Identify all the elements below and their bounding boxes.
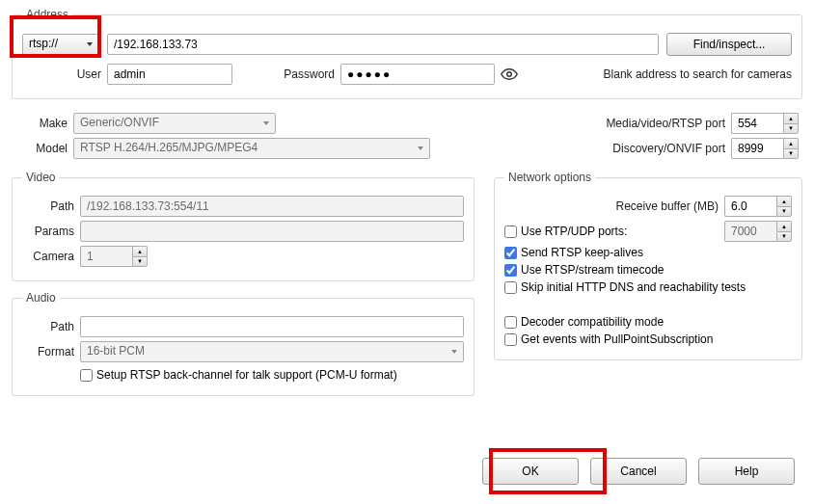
video-group: Video Path Params Camera ▲ ▼ [12, 171, 475, 281]
cancel-button[interactable]: Cancel [590, 458, 687, 485]
use-rtp-checkbox[interactable]: Use RTP/UDP ports: [504, 225, 724, 238]
video-params-input [80, 221, 464, 242]
camera-spinner: ▲ ▼ [80, 246, 148, 267]
discovery-port-up[interactable]: ▲ [783, 138, 799, 148]
skip-dns-cb-input[interactable] [504, 281, 517, 294]
find-inspect-button[interactable]: Find/inspect... [666, 33, 792, 56]
receive-buffer-input[interactable] [724, 196, 776, 217]
audio-legend: Audio [22, 291, 60, 305]
receive-buffer-down[interactable]: ▼ [776, 206, 792, 218]
audio-format-label: Format [22, 345, 80, 358]
back-channel-label: Setup RTSP back-channel for talk support… [96, 368, 397, 382]
make-value: Generic/ONVIF [80, 116, 159, 129]
video-path-input [80, 196, 464, 217]
video-path-label: Path [22, 199, 80, 213]
timecode-label: Use RTSP/stream timecode [521, 263, 665, 277]
video-camera-label: Camera [22, 250, 80, 263]
user-label: User [22, 67, 107, 81]
media-port-up[interactable]: ▲ [783, 113, 799, 123]
decoder-compat-cb-input[interactable] [504, 316, 517, 329]
use-rtp-label: Use RTP/UDP ports: [521, 225, 627, 238]
network-group: Network options Receive buffer (MB) ▲ ▼ … [494, 171, 802, 360]
media-port-label: Media/video/RTSP port [606, 117, 731, 130]
address-group: Address rtsp:// Find/inspect... User Pas… [12, 8, 802, 99]
audio-format-value: 16-bit PCM [87, 344, 145, 358]
pullpoint-checkbox[interactable]: Get events with PullPointSubscription [504, 332, 792, 346]
rtp-port-spinner: ▲ ▼ [724, 221, 792, 242]
password-label: Password [244, 67, 340, 81]
address-legend: Address [22, 8, 72, 21]
help-button[interactable]: Help [698, 458, 795, 485]
audio-group: Audio Path Format 16-bit PCM Setup RTSP … [12, 291, 475, 396]
rtp-port-up: ▲ [776, 221, 792, 231]
media-port-spinner[interactable]: ▲ ▼ [731, 113, 799, 134]
rtp-port-input [724, 221, 776, 242]
skip-dns-checkbox[interactable]: Skip initial HTTP DNS and reachability t… [504, 280, 792, 294]
model-select[interactable]: RTSP H.264/H.265/MJPG/MPEG4 [73, 138, 430, 159]
back-channel-checkbox[interactable]: Setup RTSP back-channel for talk support… [80, 368, 464, 382]
protocol-select[interactable]: rtsp:// [22, 34, 99, 55]
reveal-password-icon[interactable] [499, 64, 520, 85]
model-value: RTSP H.264/H.265/MJPG/MPEG4 [80, 141, 258, 154]
audio-path-input[interactable] [80, 316, 464, 337]
rtp-port-down: ▼ [776, 231, 792, 243]
receive-buffer-spinner[interactable]: ▲ ▼ [724, 196, 792, 217]
skip-dns-label: Skip initial HTTP DNS and reachability t… [521, 280, 746, 294]
keep-alive-label: Send RTSP keep-alives [521, 246, 643, 259]
discovery-port-spinner[interactable]: ▲ ▼ [731, 138, 799, 159]
address-url-input[interactable] [107, 34, 659, 55]
decoder-compat-checkbox[interactable]: Decoder compatibility mode [504, 315, 792, 329]
dialog-buttons: OK Cancel Help [482, 458, 795, 485]
media-port-input[interactable] [731, 113, 783, 134]
make-label: Make [15, 117, 73, 130]
video-params-label: Params [22, 225, 80, 238]
network-legend: Network options [504, 171, 595, 184]
discovery-port-label: Discovery/ONVIF port [612, 142, 731, 155]
ok-button[interactable]: OK [482, 458, 579, 485]
receive-buffer-up[interactable]: ▲ [776, 196, 792, 206]
blank-address-note: Blank address to search for cameras [520, 67, 792, 81]
protocol-value: rtsp:// [29, 37, 58, 50]
password-input[interactable]: ●●●●● [340, 64, 495, 85]
password-masked: ●●●●● [347, 67, 392, 81]
pullpoint-label: Get events with PullPointSubscription [521, 332, 713, 346]
timecode-cb-input[interactable] [504, 264, 517, 277]
model-label: Model [15, 142, 73, 155]
use-rtp-cb-input[interactable] [504, 225, 517, 238]
svg-point-0 [507, 72, 512, 77]
camera-up: ▲ [132, 246, 148, 256]
discovery-port-input[interactable] [731, 138, 783, 159]
camera-down: ▼ [132, 256, 148, 268]
decoder-compat-label: Decoder compatibility mode [521, 315, 664, 329]
audio-path-label: Path [22, 320, 80, 333]
make-select[interactable]: Generic/ONVIF [73, 113, 276, 134]
keep-alive-checkbox[interactable]: Send RTSP keep-alives [504, 246, 792, 259]
receive-buffer-label: Receive buffer (MB) [504, 199, 724, 213]
discovery-port-down[interactable]: ▼ [783, 148, 799, 160]
video-legend: Video [22, 171, 59, 184]
timecode-checkbox[interactable]: Use RTSP/stream timecode [504, 263, 792, 277]
back-channel-cb-input[interactable] [80, 369, 93, 382]
keep-alive-cb-input[interactable] [504, 247, 517, 259]
audio-format-select[interactable]: 16-bit PCM [80, 341, 464, 362]
pullpoint-cb-input[interactable] [504, 333, 517, 346]
user-input[interactable] [107, 64, 232, 85]
media-port-down[interactable]: ▼ [783, 123, 799, 135]
camera-input [80, 246, 132, 267]
